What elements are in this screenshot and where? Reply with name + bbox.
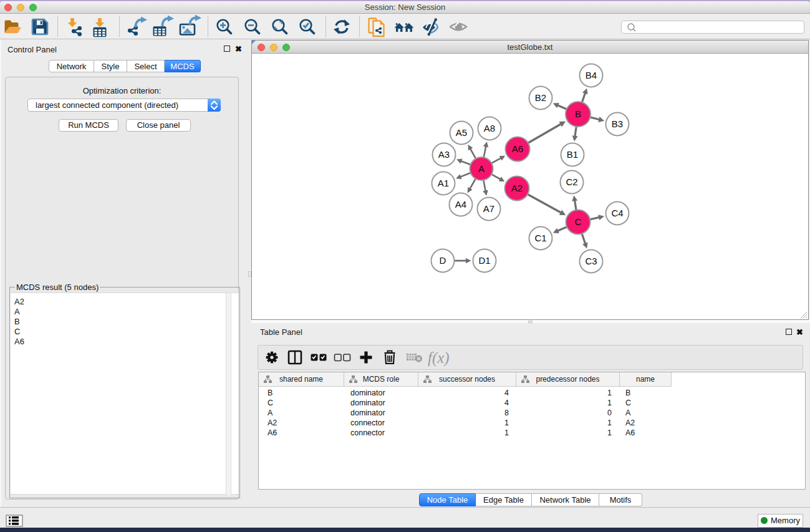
svg-text:A5: A5 — [456, 127, 467, 138]
svg-text:D: D — [440, 255, 446, 266]
svg-text:A8: A8 — [484, 123, 495, 133]
svg-text:A2: A2 — [511, 183, 523, 193]
svg-text:B: B — [575, 109, 581, 119]
svg-text:B2: B2 — [535, 92, 546, 103]
svg-text:B1: B1 — [567, 149, 578, 160]
svg-text:C3: C3 — [585, 256, 597, 266]
svg-text:B4: B4 — [586, 70, 597, 80]
svg-text:C: C — [575, 216, 582, 227]
svg-text:C1: C1 — [534, 233, 546, 243]
svg-text:C4: C4 — [611, 208, 623, 218]
svg-text:f(x): f(x) — [428, 349, 450, 367]
svg-text:A4: A4 — [455, 199, 466, 210]
svg-text:A3: A3 — [438, 149, 450, 160]
svg-text:A1: A1 — [438, 178, 449, 188]
svg-text:D1: D1 — [478, 255, 490, 266]
svg-text:A7: A7 — [483, 203, 494, 214]
svg-text:B3: B3 — [612, 118, 623, 129]
svg-text:A6: A6 — [512, 143, 523, 154]
svg-text:C2: C2 — [566, 177, 577, 187]
svg-text:A: A — [478, 163, 485, 174]
